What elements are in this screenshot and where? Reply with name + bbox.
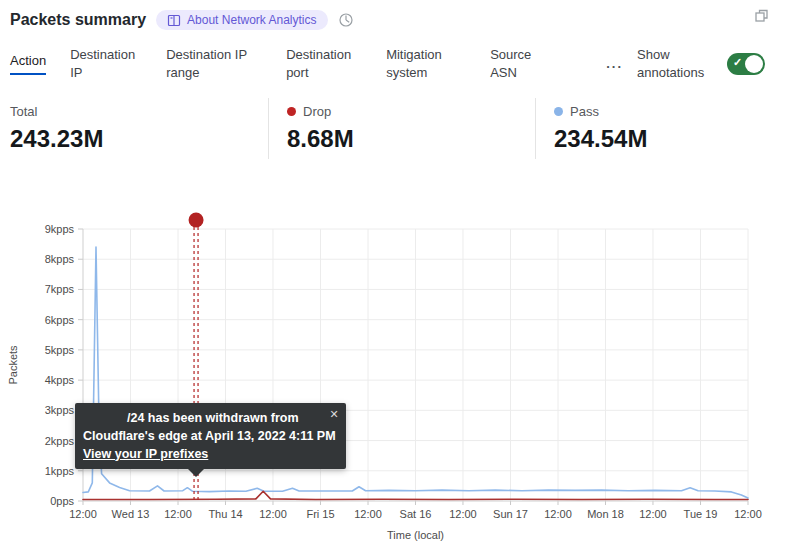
svg-text:2kpps: 2kpps [45,435,75,447]
tab-action[interactable]: Action [10,52,46,75]
stat-total-value: 243.23M [10,125,268,153]
tab-mitigation-system[interactable]: Mitigation system [386,46,466,81]
svg-text:Mon 18: Mon 18 [587,508,624,520]
svg-text:Fri 15: Fri 15 [306,508,334,520]
view-ip-prefixes-link[interactable]: View your IP prefixes [83,446,208,464]
svg-text:3kpps: 3kpps [45,404,75,416]
show-annotations-label: Show annotations [637,46,717,81]
svg-text:Packets: Packets [7,345,19,385]
toggle-knob [745,55,763,73]
svg-text:Wed 13: Wed 13 [112,508,150,520]
expand-icon[interactable] [754,8,769,27]
svg-text:1kpps: 1kpps [45,465,75,477]
tab-destination-port[interactable]: Destination port [286,46,362,81]
page-title: Packets summary [10,11,146,29]
annotation-tooltip: ✕ /24 has been withdrawn from Cloudflare… [75,403,346,469]
svg-text:12:00: 12:00 [639,508,667,520]
close-icon[interactable]: ✕ [329,407,338,423]
about-network-analytics-badge[interactable]: About Network Analytics [156,10,327,30]
stat-pass-value: 234.54M [554,125,647,153]
tab-destination-ip-range[interactable]: Destination IP range [166,46,262,81]
svg-text:8kpps: 8kpps [45,253,75,265]
stat-total: Total 243.23M [0,98,268,159]
stat-pass: Pass 234.54M [535,98,647,159]
packets-summary-panel: Packets summary About Network Analytics … [0,0,785,555]
more-tabs-button[interactable]: ... [606,56,623,71]
tab-destination-ip[interactable]: Destination IP [70,46,142,81]
stat-drop-value: 8.68M [287,125,535,153]
svg-text:12:00: 12:00 [354,508,382,520]
svg-text:Thu 14: Thu 14 [208,508,242,520]
stats-row: Total 243.23M Drop 8.68M Pass 234.54M [0,98,785,159]
tooltip-line-2: Cloudflare's edge at April 13, 2022 4:11… [83,428,336,446]
check-icon: ✓ [733,56,742,69]
stat-total-label: Total [10,104,37,119]
svg-text:12:00: 12:00 [449,508,477,520]
svg-text:Time (local): Time (local) [387,529,444,541]
drop-legend-dot [287,107,296,116]
svg-text:7kpps: 7kpps [45,283,75,295]
svg-text:4kpps: 4kpps [45,374,75,386]
svg-text:9kpps: 9kpps [45,223,75,235]
show-annotations-toggle[interactable]: ✓ [727,53,765,75]
svg-text:Sat 16: Sat 16 [400,508,432,520]
stat-pass-label: Pass [570,104,599,119]
chart-area[interactable]: 0pps1kpps2kpps3kpps4kpps5kpps6kpps7kpps8… [0,205,785,555]
stat-drop-label: Drop [303,104,331,119]
clock-icon [338,12,354,28]
svg-text:12:00: 12:00 [544,508,572,520]
pass-legend-dot [554,107,563,116]
svg-text:12:00: 12:00 [164,508,192,520]
tooltip-line-1: /24 has been withdrawn from [83,410,336,428]
packets-chart[interactable]: 0pps1kpps2kpps3kpps4kpps5kpps6kpps7kpps8… [0,205,785,555]
tab-source-asn[interactable]: Source ASN [490,46,540,81]
book-icon [167,14,181,27]
svg-text:12:00: 12:00 [259,508,287,520]
svg-text:0pps: 0pps [50,495,74,507]
svg-text:6kpps: 6kpps [45,314,75,326]
svg-text:12:00: 12:00 [734,508,762,520]
badge-label: About Network Analytics [187,13,316,27]
svg-text:Tue 19: Tue 19 [684,508,718,520]
svg-text:Sun 17: Sun 17 [493,508,528,520]
svg-text:12:00: 12:00 [69,508,97,520]
chart-tabs: Action Destination IP Destination IP ran… [10,46,765,81]
panel-header: Packets summary About Network Analytics [0,0,785,30]
svg-text:5kpps: 5kpps [45,344,75,356]
stat-drop: Drop 8.68M [268,98,535,159]
